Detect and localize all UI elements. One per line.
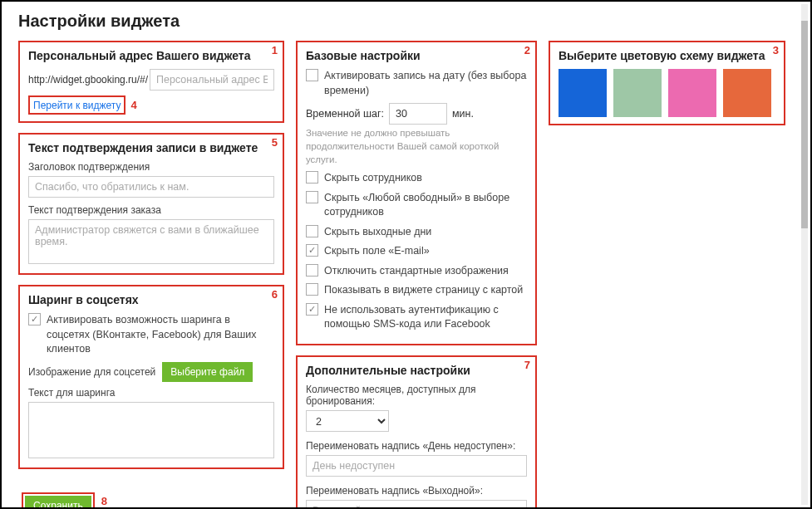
panel-heading: Дополнительные настройки <box>306 364 527 377</box>
panel-color-scheme: 3 Выберите цветовую схему виджета <box>549 41 785 125</box>
goto-widget-link[interactable]: Перейти к виджету <box>33 100 121 111</box>
confirm-title-input[interactable] <box>28 176 274 198</box>
time-step-input[interactable] <box>389 103 447 125</box>
confirm-title-label: Заголовок подтверждения <box>28 161 274 173</box>
panel-sharing: 6 Шаринг в соцсетях Активировать возможн… <box>18 285 284 469</box>
color-swatch-green[interactable] <box>613 69 662 117</box>
color-swatch-blue[interactable] <box>559 69 607 117</box>
time-step-unit: мин. <box>452 108 474 120</box>
hide-any-free-checkbox[interactable] <box>306 191 318 203</box>
annotation-1: 1 <box>272 44 278 56</box>
panel-confirmation-text: 5 Текст подтверждения записи в виджете З… <box>18 133 284 275</box>
show-map-label: Показывать в виджете страницу с картой <box>324 283 523 298</box>
annotation-4: 4 <box>130 99 136 111</box>
rename-weekend-input[interactable] <box>306 500 527 509</box>
panel-additional-settings: 7 Дополнительные настройки Количество ме… <box>296 355 537 509</box>
months-label: Количество месяцев, доступных для бронир… <box>306 384 527 407</box>
hide-weekends-checkbox[interactable] <box>306 225 318 237</box>
time-step-label: Временной шаг: <box>306 108 384 120</box>
disable-images-label: Отключить стандартные изображения <box>324 264 509 279</box>
months-select[interactable]: 2 <box>306 410 389 432</box>
rename-weekend-label: Переименовать надпись «Выходной»: <box>306 485 527 497</box>
color-swatch-orange[interactable] <box>723 69 771 117</box>
annotation-7: 7 <box>524 359 530 371</box>
choose-file-button[interactable]: Выберите файл <box>162 362 253 382</box>
rename-day-label: Переименовать надпись «День недоступен»: <box>306 440 527 452</box>
enable-sharing-label: Активировать возможность шаринга в соцсе… <box>47 313 274 357</box>
save-button[interactable]: Сохранить <box>25 496 91 510</box>
panel-heading: Шаринг в соцсетях <box>28 293 274 306</box>
panel-heading: Выберите цветовую схему виджета <box>559 49 775 62</box>
activate-date-checkbox[interactable] <box>306 69 318 81</box>
color-swatches <box>559 69 775 117</box>
activate-date-label: Активировать запись на дату (без выбора … <box>324 69 527 98</box>
color-swatch-pink[interactable] <box>668 69 716 117</box>
panel-heading: Текст подтверждения записи в виджете <box>28 141 274 154</box>
panel-heading: Персональный адрес Вашего виджета <box>28 49 274 62</box>
confirm-body-label: Текст подтверждения заказа <box>28 204 274 216</box>
no-auth-checkbox[interactable] <box>306 303 318 316</box>
annotation-3: 3 <box>773 44 779 56</box>
rename-day-input[interactable] <box>306 455 527 477</box>
annotation-2: 2 <box>524 44 530 56</box>
show-map-checkbox[interactable] <box>306 283 318 296</box>
enable-sharing-checkbox[interactable] <box>28 313 41 325</box>
hide-weekends-label: Скрыть выходные дни <box>324 225 431 240</box>
url-prefix: http://widget.gbooking.ru/#/ <box>28 74 148 86</box>
disable-images-checkbox[interactable] <box>306 264 318 277</box>
panel-personal-address: 1 Персональный адрес Вашего виджета http… <box>18 41 284 123</box>
no-auth-label: Не использовать аутентификацию с помощью… <box>324 303 527 332</box>
annotation-5: 5 <box>272 136 278 149</box>
hide-email-checkbox[interactable] <box>306 244 318 257</box>
hide-any-free-label: Скрыть «Любой свободный» в выборе сотруд… <box>324 191 527 220</box>
annotation-6: 6 <box>272 288 278 301</box>
scrollbar-thumb[interactable] <box>801 21 808 228</box>
scrollbar[interactable] <box>801 4 808 505</box>
share-text-textarea[interactable] <box>28 402 274 458</box>
time-step-hint: Значение не должно превышать продолжител… <box>306 126 527 166</box>
page-title: Настройки виджета <box>18 12 794 31</box>
hide-email-label: Скрыть поле «E-mail» <box>324 244 430 259</box>
confirm-body-textarea[interactable] <box>28 219 274 264</box>
panel-basic-settings: 2 Базовые настройки Активировать запись … <box>296 41 537 345</box>
panel-heading: Базовые настройки <box>306 49 527 62</box>
hide-staff-checkbox[interactable] <box>306 171 318 184</box>
annotation-8: 8 <box>101 495 107 507</box>
goto-widget-link-box: Перейти к виджету <box>28 95 125 115</box>
share-text-label: Текст для шаринга <box>28 387 274 399</box>
hide-staff-label: Скрыть сотрудников <box>324 171 422 186</box>
social-image-label: Изображение для соцсетей <box>28 366 155 378</box>
personal-address-input[interactable] <box>150 69 274 91</box>
